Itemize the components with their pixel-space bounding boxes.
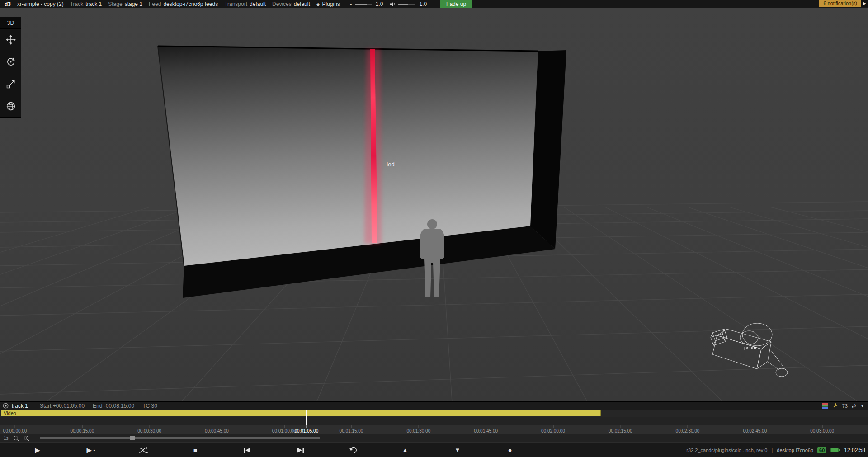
scale-icon	[5, 79, 16, 90]
track-status-icon[interactable]	[3, 403, 9, 409]
feed-menu-value[interactable]: desktop-i7cno6p feeds	[163, 1, 218, 7]
viewport-toolbar: 3D	[0, 17, 21, 118]
record-button[interactable]: ●	[500, 443, 520, 457]
brightness-slider[interactable]	[355, 4, 372, 5]
plugins-menu[interactable]: Plugins	[322, 1, 340, 7]
zoom-out-button[interactable]	[13, 435, 19, 442]
project-name-menu[interactable]: xr-simple - copy (2)	[17, 1, 64, 7]
swap-arrows-icon[interactable]: ⇄	[852, 403, 856, 409]
timeline-scrollbar-thumb[interactable]	[130, 436, 135, 440]
wrench-icon[interactable]	[832, 403, 838, 409]
crossfade-icon	[139, 447, 148, 454]
track-start-time[interactable]: Start +00:01:05.00	[40, 403, 85, 409]
rotate-tool-button[interactable]	[0, 51, 21, 73]
play-icon: ▶	[87, 446, 92, 454]
led-screen-label: led	[387, 161, 394, 168]
dot-icon: ●	[93, 448, 95, 452]
devices-menu-value[interactable]: default	[294, 1, 310, 7]
zoom-scale-label: 1s	[4, 436, 9, 441]
play-button[interactable]: ▶	[28, 443, 47, 457]
layer-lane: Video	[0, 410, 868, 417]
ruler-tick: 00:02:30.00	[676, 429, 700, 433]
track-menu-label[interactable]: Track	[70, 1, 84, 7]
track-dropdown-caret-icon[interactable]: ▼	[860, 404, 864, 408]
ruler-tick: 00:02:00.00	[541, 429, 565, 433]
camera-label: pcam	[744, 345, 756, 350]
track-menu-value[interactable]: track 1	[85, 1, 102, 7]
notification-area: 6 notification(s) ▶	[819, 0, 868, 7]
globe-icon	[5, 101, 16, 112]
scale-tool-button[interactable]	[0, 73, 21, 95]
ruler-current-time: 00:01:05.00	[294, 429, 318, 433]
return-icon	[349, 446, 358, 454]
playhead[interactable]	[306, 410, 307, 425]
fps-badge[interactable]: 60	[817, 447, 826, 453]
next-section-button[interactable]	[290, 443, 310, 457]
crossfade-button[interactable]	[133, 443, 153, 457]
ruler-tick: 00:00:15.00	[70, 429, 94, 433]
status-separator: |	[771, 448, 773, 453]
battery-icon	[830, 448, 840, 452]
d3-logo-menu[interactable]: d3	[5, 1, 11, 7]
ruler-tick: 00:00:45.00	[205, 429, 229, 433]
globe-nav-button[interactable]	[0, 95, 21, 118]
transport-menu-label[interactable]: Transport	[224, 1, 247, 7]
timeline-empty-area[interactable]	[0, 417, 868, 425]
ruler-tick: 00:01:15.00	[340, 429, 363, 433]
ruler-tick: 00:03:00.00	[810, 429, 834, 433]
feed-menu-label[interactable]: Feed	[149, 1, 161, 7]
ruler-tick: 00:00:30.00	[137, 429, 161, 433]
brightness-value: 1.0	[376, 1, 383, 7]
transport-menu-value[interactable]: default	[250, 1, 266, 7]
ruler-tick: 00:00:00.00	[3, 429, 27, 433]
top-menu-bar: d3 xr-simple - copy (2) Track track 1 St…	[0, 0, 868, 8]
track-name[interactable]: track 1	[12, 403, 28, 409]
return-to-start-button[interactable]	[344, 443, 363, 457]
track-info-bar: track 1 Start +00:01:05.00 End -00:08:15…	[0, 401, 868, 410]
timeline-ruler[interactable]: 00:00:00.0000:00:15.0000:00:30.0000:00:4…	[0, 425, 868, 434]
fade-up-button[interactable]: Fade up	[440, 0, 472, 8]
stage-3d-viewport[interactable]: led pcam	[0, 8, 868, 401]
notifications-expand-icon[interactable]: ▶	[861, 0, 868, 7]
ruler-tick: 00:02:45.00	[743, 429, 767, 433]
devices-menu-label[interactable]: Devices	[272, 1, 292, 7]
volume-value: 1.0	[419, 1, 427, 7]
section-up-button[interactable]: ▲	[395, 443, 415, 457]
rotate-icon	[5, 57, 16, 67]
transport-bar: ▶ ▶● ■ ▲ ▼ ● r32.2_candc/plugins/col	[0, 442, 868, 457]
move-tool-button[interactable]	[0, 29, 21, 51]
ruler-tick: 00:01:45.00	[474, 429, 498, 433]
video-layer-block[interactable]: Video	[1, 410, 601, 416]
view-mode-label[interactable]: 3D	[0, 17, 21, 29]
build-version[interactable]: r32.2_candc/plugins/colo...nch, rev 0	[686, 448, 767, 453]
stop-button[interactable]: ■	[185, 443, 205, 457]
ruler-tick: 00:01:30.00	[406, 429, 430, 433]
volume-slider[interactable]	[398, 4, 415, 5]
d3-application-window: d3 xr-simple - copy (2) Track track 1 St…	[0, 0, 868, 457]
machine-name[interactable]: desktop-i7cno6p	[777, 448, 813, 453]
plugins-diamond-icon: ◆	[316, 2, 320, 7]
track-timecode-format[interactable]: TC 30	[142, 403, 157, 409]
volume-icon	[390, 2, 396, 7]
timeline-scrollbar[interactable]	[40, 437, 320, 439]
stage-menu-label[interactable]: Stage	[108, 1, 122, 7]
track-counter: 73	[842, 403, 848, 409]
stage-menu-value[interactable]: stage 1	[125, 1, 142, 7]
status-line: r32.2_candc/plugins/colo...nch, rev 0 | …	[686, 443, 865, 457]
track-bar-right-controls: 73 ⇄ ▼	[822, 403, 864, 409]
zoom-in-button[interactable]	[24, 435, 30, 442]
play-icon: ▶	[35, 446, 40, 454]
previous-section-icon	[243, 447, 251, 454]
video-layer-label: Video	[4, 410, 16, 416]
layer-colors-icon[interactable]	[822, 403, 828, 409]
section-down-button[interactable]: ▼	[448, 443, 467, 457]
move-icon	[5, 34, 16, 45]
up-triangle-icon: ▲	[402, 447, 408, 453]
track-end-time[interactable]: End -00:08:15.00	[93, 403, 134, 409]
ruler-tick: 00:01:00.00	[272, 429, 296, 433]
play-to-next-button[interactable]: ▶●	[81, 443, 101, 457]
timeline-zoom-row: 1s	[0, 434, 868, 442]
notifications-badge[interactable]: 6 notification(s)	[819, 0, 861, 7]
ruler-tick: 00:02:15.00	[609, 429, 632, 433]
previous-section-button[interactable]	[237, 443, 257, 457]
